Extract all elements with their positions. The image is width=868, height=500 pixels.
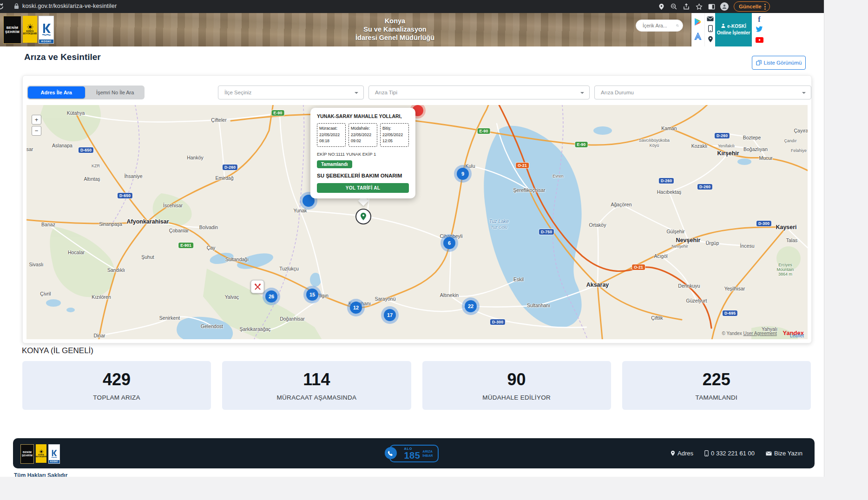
fault-type-select[interactable]: Arıza Tipi (368, 86, 590, 99)
selected-location-marker[interactable] (355, 209, 371, 224)
leaflet-link[interactable]: Leaflet (790, 333, 804, 338)
popup-category: SU ŞEBEKELERİ BAKIM ONARIM (317, 173, 409, 178)
map-label: Nevşehir (671, 244, 688, 249)
map-label: Sinanpaşa (99, 221, 122, 227)
map-label: Tuzlukçu (279, 266, 299, 271)
footer-write-link[interactable]: Bize Yazın (766, 450, 802, 457)
footer-address-link[interactable]: Adres (671, 450, 693, 457)
map-label: Kütahya (67, 110, 85, 116)
cluster-marker[interactable]: 9 (457, 168, 469, 180)
footer-koski-logo[interactable]: KOSKİ (48, 444, 60, 464)
map-zoom-controls: + − (32, 115, 41, 137)
lock-icon (14, 3, 19, 9)
browser-window: koski.gov.tr/koski/ariza-ve-kesintiler G… (0, 0, 824, 477)
map-label: Senirkent (159, 315, 180, 321)
profile-avatar[interactable] (720, 2, 729, 11)
benim-sehrim-logo[interactable]: BENİMŞEHRİM (3, 16, 21, 44)
road-badge: D-260 (223, 164, 237, 170)
map-pin-icon[interactable] (708, 36, 713, 45)
toggle-workorder-search[interactable]: İşemri No İle Ara (87, 86, 144, 99)
map-label: Doğanhisar (280, 316, 305, 322)
map-label: Boğazlıyan (743, 146, 768, 152)
map-label: Şarkikaraağaç (239, 326, 270, 332)
map-label: Çandır (784, 138, 796, 143)
footer-konya-logo[interactable]: KONYABÜYÜKŞEHİR (36, 444, 46, 463)
map-label: Şuhut (141, 254, 154, 260)
map-label: İscehisar (163, 203, 183, 208)
cluster-marker[interactable]: 17 (384, 309, 396, 321)
alo-185-badge[interactable]: ALO 185 ARIZA İHBAR (389, 445, 438, 462)
cluster-marker[interactable]: 26 (265, 290, 277, 303)
zoom-in-button[interactable]: + (32, 115, 41, 125)
repair-work-marker[interactable] (251, 280, 264, 294)
map-canvas[interactable]: KütahyaÇavdarhisarAslanapaKZRAltıntaşİhs… (26, 105, 808, 339)
konya-buyuksehir-logo[interactable]: KONYABÜYÜKŞEHİR (23, 16, 37, 43)
map-label: Tuz Gölü (491, 225, 507, 230)
browser-menu-icon[interactable] (764, 4, 766, 10)
address-bar[interactable]: koski.gov.tr/koski/ariza-ve-kesintiler (22, 3, 117, 9)
status-badge: Tamamlandı (317, 160, 352, 168)
map-label: Çobanlar (169, 228, 189, 233)
site-search-input[interactable] (642, 22, 676, 29)
cluster-marker[interactable]: 22 (465, 300, 477, 312)
search-mode-toggle: Adres İle Ara İşemri No İle Ara (27, 86, 145, 99)
bookmark-star-icon[interactable] (695, 3, 703, 10)
phone-icon[interactable] (708, 25, 713, 34)
cluster-marker[interactable]: 15 (306, 289, 318, 301)
phone-handset-icon (384, 447, 396, 459)
map-label: Gelendost (201, 323, 223, 329)
google-play-icon[interactable] (694, 18, 702, 28)
user-agreement-link[interactable]: User Agreement (743, 331, 776, 336)
map-label: Sultandağı (225, 257, 249, 262)
map-label: Gülşehir (666, 229, 684, 234)
map-label: Kayseri (776, 224, 796, 230)
koski-logo[interactable]: KOSKİ (39, 16, 54, 44)
district-select[interactable]: İlçe Seçiniz (218, 86, 364, 99)
footer-phone-link[interactable]: 0 332 221 61 00 (704, 450, 755, 457)
fault-status-select[interactable]: Arıza Durumu (594, 86, 811, 99)
directions-button[interactable]: YOL TARİFİ AL (317, 183, 409, 193)
road-badge: D-260 (697, 184, 712, 190)
youtube-icon[interactable] (756, 36, 763, 45)
side-panel-icon[interactable] (708, 3, 715, 10)
map-label: Çiftlik (651, 315, 663, 321)
location-pin-icon[interactable] (658, 3, 665, 10)
map-label: Afyonkarahisar (126, 218, 169, 225)
mobile-icon (704, 450, 709, 456)
ekoski-online-button[interactable]: e-KOSKİ Online İşlemler (715, 13, 752, 46)
share-icon[interactable] (683, 3, 690, 10)
footer-benim-sehrim-logo[interactable]: BENİMŞEHRİM (20, 444, 34, 464)
popup-times: Müracaat:22/05/202208:18 Müdahale:22/05/… (317, 123, 409, 147)
map-label: Nevşehir (676, 237, 701, 243)
mail-icon[interactable] (707, 15, 714, 23)
cluster-marker[interactable]: 12 (350, 302, 362, 314)
reload-icon[interactable] (0, 3, 4, 10)
zoom-out-button[interactable]: − (32, 126, 41, 136)
road-badge: D-750 (539, 229, 554, 235)
toggle-address-search[interactable]: Adres İle Ara (28, 86, 85, 99)
road-badge: D-260 (715, 133, 730, 138)
road-badge: D-650 (118, 193, 132, 198)
stat-value: 90 (507, 370, 526, 389)
map-label: Evren (552, 174, 564, 178)
app-store-icon[interactable] (694, 33, 702, 42)
map-label: Çifteler (211, 117, 226, 123)
map-label: Çavdarhisar (26, 146, 33, 152)
stats-heading: KONYA (İL GENELİ) (22, 346, 93, 355)
list-view-button[interactable]: Liste Görünümü (752, 56, 806, 70)
twitter-icon[interactable] (756, 26, 763, 34)
map-label: Şereflikoçhisar (513, 187, 546, 193)
map-label: Hacıbektaş (657, 189, 682, 195)
map-label: Kızılören (92, 294, 111, 300)
cluster-marker[interactable]: 6 (443, 237, 455, 249)
zoom-out-icon[interactable] (670, 3, 677, 10)
fault-popup: YUNAK-SARAY MAHALLE YOLLARI, Müracaat:22… (310, 108, 415, 198)
facebook-icon[interactable]: f (758, 15, 760, 24)
map-label: Yenifakılı (718, 144, 735, 148)
chrome-update-button[interactable]: Güncelle (734, 1, 770, 12)
site-search[interactable] (636, 20, 683, 32)
map-label: Çay (207, 245, 216, 250)
stat-label: MÜDAHALE EDİLİYOR (482, 394, 551, 401)
map-label: Yalvaç (225, 294, 239, 300)
road-badge: D-300 (756, 221, 771, 226)
